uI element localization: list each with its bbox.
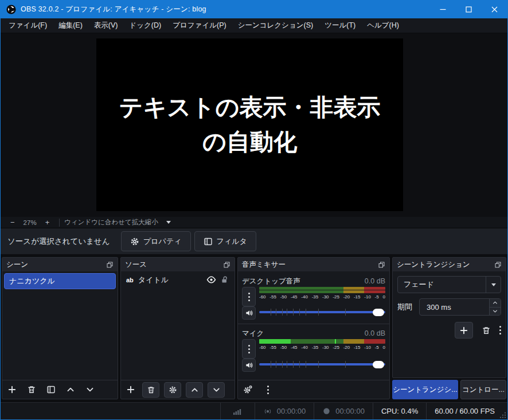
source-action-bar: ソースが選択されていません プロパティ フィルタ	[1, 228, 507, 254]
add-source-button[interactable]	[126, 385, 135, 394]
resize-grip[interactable]	[500, 412, 506, 418]
popout-icon[interactable]	[378, 261, 385, 269]
move-scene-down-button[interactable]	[85, 385, 95, 394]
record-circle-icon	[322, 407, 331, 415]
fps-segment: 60.00 / 60.00 FPS	[426, 403, 507, 419]
sources-dock: ソース ab タイトル	[120, 257, 235, 399]
channel-db-label: 0.0 dB	[365, 277, 385, 285]
scenes-dock-header: シーン	[2, 258, 118, 271]
scenes-toolbar	[2, 380, 118, 399]
no-source-message: ソースが選択されていません	[7, 236, 121, 247]
popout-icon[interactable]	[223, 261, 230, 269]
source-item[interactable]: ab タイトル	[121, 271, 235, 288]
duration-decrement-button[interactable]	[490, 308, 501, 316]
close-button[interactable]	[482, 0, 507, 18]
slider-handle[interactable]	[373, 309, 384, 316]
duration-row: 期間 300 ms	[397, 298, 501, 316]
popout-icon[interactable]	[494, 261, 502, 269]
preview-area[interactable]: テキストの表示・非表示 の自動化	[1, 33, 507, 217]
transition-select[interactable]: フェード	[397, 276, 501, 293]
source-properties-button[interactable]	[164, 382, 181, 398]
tab-controls[interactable]: コントロー...	[460, 380, 506, 399]
scene-transitions-dock: シーントランジション フェード 期間 300 ms	[392, 257, 506, 378]
stream-time-segment: 00:00:00	[255, 403, 314, 419]
cpu-usage: CPU: 0.4%	[381, 407, 418, 415]
duration-increment-button[interactable]	[490, 299, 501, 308]
menu-view[interactable]: 表示(V)	[88, 18, 124, 33]
fps-value: 60.00 / 60.00 FPS	[435, 407, 495, 415]
scenes-dock: シーン ナニカツクル	[2, 257, 118, 399]
menu-edit[interactable]: 編集(E)	[53, 18, 88, 33]
title-bar: OBS 32.0.2 - プロファイル: アイキャッチ - シーン: blog	[1, 0, 507, 18]
duration-value[interactable]: 300 ms	[420, 299, 489, 315]
mixer-toolbar	[238, 380, 389, 399]
window-title: OBS 32.0.2 - プロファイル: アイキャッチ - シーン: blog	[21, 5, 206, 14]
channel-menu-button[interactable]	[242, 339, 256, 359]
lock-open-icon[interactable]	[221, 275, 229, 284]
zoom-in-button[interactable]: +	[40, 218, 55, 227]
program-canvas[interactable]: テキストの表示・非表示 の自動化	[96, 38, 403, 211]
mixer-body: デスクトップ音声 0.0 dB -60-55-50-45-40-35-30-25…	[238, 271, 389, 380]
slider-handle[interactable]	[373, 361, 384, 368]
popout-icon[interactable]	[106, 261, 114, 269]
duration-label: 期間	[397, 302, 415, 312]
meter-scale: -60-55-50-45-40-35-30-25-20-15-10-50	[259, 293, 385, 300]
volume-slider[interactable]	[259, 359, 385, 370]
scene-list: ナニカツクル	[2, 271, 118, 380]
volume-slider[interactable]	[259, 306, 385, 318]
mixer-dock-title: 音声ミキサー	[242, 260, 286, 270]
channel-menu-button[interactable]	[242, 287, 256, 306]
gear-icon	[130, 237, 139, 246]
advanced-audio-gear-icon[interactable]	[243, 385, 252, 394]
menu-tools[interactable]: ツール(T)	[319, 18, 361, 33]
transition-menu-kebab-icon[interactable]	[499, 326, 501, 335]
move-source-up-button[interactable]	[186, 382, 203, 398]
visibility-eye-icon[interactable]	[206, 275, 216, 285]
scene-item[interactable]: ナニカツクル	[4, 273, 116, 289]
obs-window: OBS 32.0.2 - プロファイル: アイキャッチ - シーン: blog …	[0, 0, 508, 420]
transitions-body: フェード 期間 300 ms	[393, 271, 506, 378]
scene-filters-button[interactable]	[46, 385, 56, 394]
zoom-bar: − 27% + ウィンドウに合わせて拡大縮小	[1, 217, 507, 228]
mixer-dock-header: 音声ミキサー	[238, 258, 389, 271]
transitions-dock-title: シーントランジション	[397, 260, 470, 270]
remove-transition-button[interactable]	[482, 326, 491, 335]
channel-name: デスクトップ音声	[242, 277, 300, 286]
channel-db-label: 0.0 dB	[365, 329, 385, 337]
record-time-segment: 00:00:00	[314, 403, 373, 419]
maximize-button[interactable]	[456, 0, 482, 18]
move-scene-up-button[interactable]	[66, 385, 75, 394]
add-scene-button[interactable]	[7, 385, 17, 394]
menu-help[interactable]: ヘルプ(H)	[361, 18, 405, 33]
remove-source-button[interactable]	[142, 382, 159, 398]
zoom-out-button[interactable]: −	[5, 218, 20, 227]
move-source-down-button[interactable]	[208, 382, 225, 398]
text-source-icon: ab	[126, 277, 134, 283]
mixer-menu-kebab-icon[interactable]	[267, 386, 269, 394]
duration-spinbox[interactable]: 300 ms	[419, 298, 501, 316]
source-label: タイトル	[138, 275, 169, 285]
mute-speaker-button[interactable]	[242, 306, 256, 320]
meter-scale: -60-55-50-45-40-35-30-25-20-15-10-50	[259, 344, 385, 351]
volume-meter: -60-55-50-45-40-35-30-25-20-15-10-50	[259, 339, 385, 359]
menu-profile[interactable]: プロファイル(P)	[167, 18, 232, 33]
tab-scene-transitions[interactable]: シーントランジシ...	[392, 380, 458, 399]
remove-scene-button[interactable]	[27, 385, 36, 394]
stream-time: 00:00:00	[277, 407, 306, 415]
zoom-level: 27%	[20, 219, 40, 226]
filters-button[interactable]: フィルタ	[194, 231, 256, 251]
menu-scene-collection[interactable]: シーンコレクション(S)	[232, 18, 319, 33]
add-transition-button[interactable]	[455, 322, 473, 339]
mute-speaker-button[interactable]	[242, 359, 256, 372]
zoom-dropdown-icon[interactable]	[166, 221, 171, 224]
menu-file[interactable]: ファイル(F)	[3, 18, 53, 33]
properties-label: プロパティ	[143, 236, 182, 247]
mixer-channel-mic: マイク 0.0 dB -60-55-50-45-40-35-30-25-20-1…	[242, 328, 385, 372]
minimize-button[interactable]	[430, 0, 456, 18]
properties-button[interactable]: プロパティ	[121, 231, 191, 251]
fit-mode-label[interactable]: ウィンドウに合わせて拡大縮小	[64, 218, 158, 227]
select-arrow[interactable]	[486, 277, 501, 293]
menu-docks[interactable]: ドック(D)	[123, 18, 167, 33]
sources-dock-title: ソース	[125, 260, 147, 270]
status-bar: 00:00:00 00:00:00 CPU: 0.4% 60.00 / 60.0…	[1, 402, 507, 419]
